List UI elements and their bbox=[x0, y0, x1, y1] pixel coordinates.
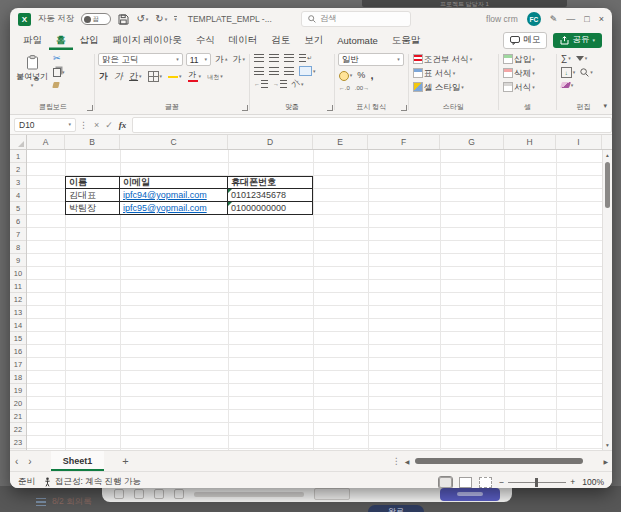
accessibility-status[interactable]: 접근성: 계속 진행 가능 bbox=[43, 476, 141, 488]
autosum-button[interactable]: ∑▾ bbox=[560, 53, 572, 64]
ribbon-tab-file[interactable]: 파일 bbox=[16, 30, 49, 50]
italic-button[interactable]: 가 bbox=[113, 71, 124, 82]
row-header-21[interactable]: 21 bbox=[10, 410, 26, 423]
search-box[interactable]: 검색 bbox=[301, 11, 411, 27]
delete-cells-button[interactable]: 삭제▾ bbox=[502, 67, 553, 79]
close-button[interactable]: × bbox=[599, 14, 604, 24]
row-header-5[interactable]: 5 bbox=[10, 202, 26, 215]
row-header-14[interactable]: 14 bbox=[10, 319, 26, 332]
cell-email-link[interactable]: ipfc95@yopmail.com bbox=[120, 202, 228, 215]
share-button[interactable]: 공유▾ bbox=[553, 33, 602, 48]
column-header-F[interactable]: F bbox=[368, 135, 440, 149]
paste-button[interactable]: 붙여넣기▾ bbox=[15, 54, 49, 88]
ribbon-tab-page-layout[interactable]: 페이지 레이아웃 bbox=[106, 30, 189, 50]
row-header-11[interactable]: 11 bbox=[10, 280, 26, 293]
save-icon[interactable] bbox=[118, 14, 129, 25]
row-header-6[interactable]: 6 bbox=[10, 215, 26, 228]
borders-button[interactable]: ▾ bbox=[147, 70, 164, 83]
column-header-H[interactable]: H bbox=[504, 135, 556, 149]
orientation-button[interactable]: 가▾ bbox=[291, 79, 305, 89]
page-break-view-button[interactable] bbox=[479, 477, 492, 488]
table-header-cell[interactable]: 이메일 bbox=[120, 176, 228, 189]
undo-button[interactable]: ↺▾ bbox=[136, 14, 148, 24]
redo-button[interactable]: ↻▾ bbox=[155, 14, 167, 24]
fill-button[interactable]: ↓▾ bbox=[560, 66, 577, 79]
autosave-toggle[interactable]: 끔 bbox=[81, 13, 111, 25]
zoom-level[interactable]: 100% bbox=[582, 477, 604, 487]
format-painter-button[interactable] bbox=[52, 81, 66, 89]
column-header-B[interactable]: B bbox=[65, 135, 120, 149]
scroll-right-icon[interactable]: ▶ bbox=[603, 458, 608, 465]
splitter-dots-icon[interactable]: ⋮ bbox=[392, 456, 401, 466]
number-format-select[interactable]: 일반▾ bbox=[338, 53, 404, 66]
row-header-20[interactable]: 20 bbox=[10, 397, 26, 410]
font-family-select[interactable]: 맑은 고딕▾ bbox=[98, 53, 183, 66]
ribbon-tab-help[interactable]: 도움말 bbox=[385, 30, 428, 50]
phonetic-button[interactable]: 내천▾ bbox=[206, 73, 224, 81]
row-header-1[interactable]: 1 bbox=[10, 150, 26, 163]
cell-name[interactable]: 박팀장 bbox=[65, 202, 120, 215]
ribbon-tab-home[interactable]: 홈 bbox=[49, 30, 73, 50]
cancel-entry-icon[interactable]: × bbox=[91, 120, 102, 130]
row-header-10[interactable]: 10 bbox=[10, 267, 26, 280]
vertical-scroll-thumb[interactable] bbox=[605, 162, 610, 208]
minimize-button[interactable]: — bbox=[566, 14, 575, 24]
qat-customize-icon[interactable]: ▾ bbox=[174, 16, 177, 22]
number-dialog-launcher[interactable] bbox=[401, 105, 407, 111]
excel-app-icon[interactable]: X bbox=[18, 13, 31, 26]
row-header-19[interactable]: 19 bbox=[10, 384, 26, 397]
row-header-2[interactable]: 2 bbox=[10, 163, 26, 176]
row-header-8[interactable]: 8 bbox=[10, 241, 26, 254]
increase-indent-button[interactable]: → bbox=[272, 79, 288, 89]
zoom-slider-thumb[interactable] bbox=[535, 478, 538, 487]
add-sheet-button[interactable]: + bbox=[122, 455, 128, 467]
column-header-D[interactable]: D bbox=[228, 135, 313, 149]
row-header-4[interactable]: 4 bbox=[10, 189, 26, 202]
decrease-decimal-button[interactable]: .00→ bbox=[354, 84, 370, 92]
background-primary-button[interactable] bbox=[440, 488, 500, 501]
horizontal-scroll-thumb[interactable] bbox=[415, 458, 583, 464]
grow-font-button[interactable]: 가▾ bbox=[214, 54, 229, 65]
comma-style-button[interactable]: , bbox=[369, 69, 374, 82]
ribbon-tab-view[interactable]: 보기 bbox=[297, 30, 330, 50]
column-header-I[interactable]: I bbox=[556, 135, 602, 149]
table-header-cell[interactable]: 휴대폰번호 bbox=[228, 176, 313, 189]
select-all-corner[interactable] bbox=[10, 135, 27, 149]
cell-styles-button[interactable]: 셀 스타일▾ bbox=[412, 81, 495, 93]
normal-view-button[interactable] bbox=[439, 477, 452, 488]
insert-function-icon[interactable]: fx bbox=[116, 120, 130, 130]
maximize-button[interactable]: □ bbox=[584, 14, 589, 24]
row-header-22[interactable]: 22 bbox=[10, 423, 26, 436]
clear-button[interactable]: ▾ bbox=[560, 81, 575, 89]
name-box[interactable]: D10▾ bbox=[14, 118, 76, 132]
cell-name[interactable]: 김대표 bbox=[65, 189, 120, 202]
done-button[interactable]: 완료 bbox=[368, 505, 424, 512]
align-bottom-button[interactable] bbox=[283, 53, 295, 63]
cells-area[interactable]: 이름이메일휴대폰번호김대표ipfc94@yopmail.com010123456… bbox=[27, 150, 602, 450]
column-header-A[interactable]: A bbox=[27, 135, 65, 149]
collapse-ribbon-icon[interactable]: ▾ bbox=[603, 102, 607, 110]
copy-button[interactable]: ▾ bbox=[52, 67, 66, 78]
align-center-button[interactable] bbox=[268, 66, 280, 76]
scroll-up-icon[interactable]: ▴ bbox=[603, 152, 612, 158]
comments-button[interactable]: 메모 bbox=[503, 32, 547, 49]
ribbon-tab-review[interactable]: 검토 bbox=[264, 30, 297, 50]
vertical-scrollbar[interactable]: ▴ ▾ bbox=[602, 150, 612, 450]
column-header-G[interactable]: G bbox=[440, 135, 504, 149]
table-header-cell[interactable]: 이름 bbox=[65, 176, 120, 189]
sort-filter-button[interactable]: ▾ bbox=[575, 55, 589, 62]
increase-decimal-button[interactable]: ←.0 bbox=[338, 84, 351, 92]
zoom-slider[interactable] bbox=[508, 478, 566, 487]
conditional-formatting-button[interactable]: 조건부 서식▾ bbox=[412, 53, 495, 65]
underline-button[interactable]: 간▾ bbox=[128, 71, 143, 82]
horizontal-scrollbar[interactable]: ⋮ ◀ ▶ bbox=[392, 454, 612, 468]
alignment-dialog-launcher[interactable] bbox=[327, 105, 333, 111]
format-cells-button[interactable]: 서식▾ bbox=[502, 81, 553, 93]
font-size-select[interactable]: 11▾ bbox=[186, 53, 211, 66]
enter-entry-icon[interactable]: ✓ bbox=[102, 120, 116, 130]
column-header-C[interactable]: C bbox=[120, 135, 228, 149]
merge-center-button[interactable]: ▾ bbox=[298, 65, 317, 77]
ribbon-tab-automate[interactable]: Automate bbox=[330, 30, 385, 50]
horizontal-scroll-track[interactable] bbox=[413, 454, 599, 468]
ribbon-tab-insert[interactable]: 삽입 bbox=[73, 30, 106, 50]
